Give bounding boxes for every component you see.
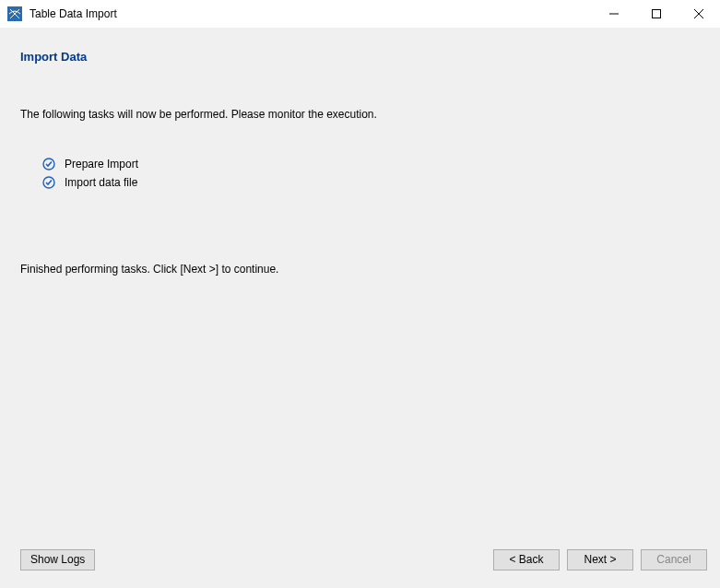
close-button[interactable] (678, 0, 720, 28)
minimize-button[interactable] (593, 0, 635, 28)
next-button[interactable]: Next > (567, 549, 633, 570)
task-label: Prepare Import (65, 158, 138, 171)
cancel-button: Cancel (641, 549, 707, 570)
maximize-button[interactable] (635, 0, 678, 28)
footer: Show Logs < Back Next > Cancel (0, 544, 720, 588)
task-item: Import data file (42, 176, 700, 189)
check-icon (42, 176, 55, 189)
titlebar: Table Data Import (0, 0, 720, 28)
task-label: Import data file (65, 176, 137, 189)
window-title: Table Data Import (30, 7, 117, 20)
instruction-text: The following tasks will now be performe… (20, 108, 700, 121)
task-list: Prepare Import Import data file (42, 158, 700, 189)
app-icon (7, 6, 22, 21)
check-icon (42, 158, 55, 171)
status-text: Finished performing tasks. Click [Next >… (20, 263, 700, 276)
svg-rect-2 (653, 10, 661, 18)
back-button[interactable]: < Back (493, 549, 560, 570)
page-heading: Import Data (20, 50, 700, 64)
task-item: Prepare Import (42, 158, 700, 171)
content-area: Import Data The following tasks will now… (0, 28, 720, 544)
show-logs-button[interactable]: Show Logs (20, 549, 95, 570)
